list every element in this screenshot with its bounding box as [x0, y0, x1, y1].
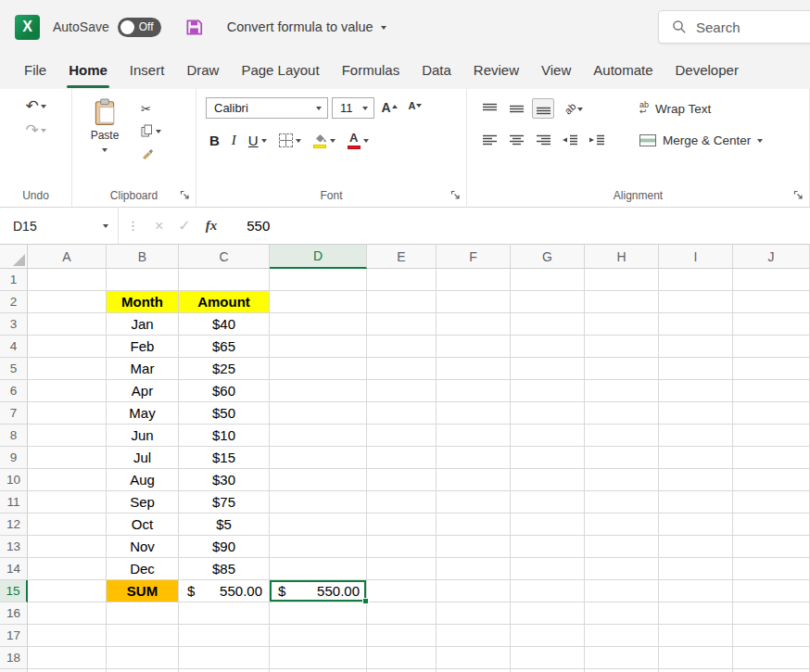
cell-E9[interactable]: [367, 447, 437, 469]
cell-J18[interactable]: [733, 647, 810, 669]
cell-D11[interactable]: [270, 491, 367, 514]
dialog-launcher-icon[interactable]: [793, 190, 804, 200]
cell-E5[interactable]: [367, 358, 437, 380]
select-all-corner[interactable]: [0, 245, 28, 269]
borders-button[interactable]: [279, 133, 301, 147]
cell-I3[interactable]: [659, 313, 733, 336]
cell-I12[interactable]: [659, 514, 733, 536]
cell-B12[interactable]: Oct: [107, 514, 179, 536]
cell-I10[interactable]: [659, 469, 733, 491]
cell-F1[interactable]: [437, 269, 511, 291]
cell-E10[interactable]: [367, 469, 437, 491]
row-header-8[interactable]: 8: [0, 425, 28, 447]
cell-C18[interactable]: [179, 647, 270, 669]
cell-C6[interactable]: $60: [179, 380, 270, 402]
cell-B7[interactable]: May: [107, 402, 179, 425]
cell-H12[interactable]: [585, 514, 659, 536]
align-center-button[interactable]: [505, 130, 527, 150]
column-header-A[interactable]: A: [28, 245, 107, 269]
align-left-button[interactable]: [478, 130, 500, 150]
increase-font-size-button[interactable]: A: [378, 98, 400, 119]
cell-J5[interactable]: [733, 358, 810, 380]
row-header-11[interactable]: 11: [0, 491, 28, 514]
cell-F17[interactable]: [437, 625, 511, 647]
font-size-combo[interactable]: 11: [332, 97, 374, 119]
cell-A7[interactable]: [28, 402, 107, 425]
cell-E14[interactable]: [367, 558, 437, 580]
cell-D7[interactable]: [270, 402, 367, 425]
cell-C15[interactable]: $550.00: [179, 580, 270, 602]
cell-H15[interactable]: [585, 580, 659, 602]
cell-A6[interactable]: [28, 380, 107, 402]
cell-F4[interactable]: [437, 336, 511, 358]
row-header-13[interactable]: 13: [0, 536, 28, 558]
cell-B4[interactable]: Feb: [107, 336, 179, 358]
cell-A16[interactable]: [28, 602, 107, 625]
cell-C3[interactable]: $40: [179, 313, 270, 336]
increase-indent-button[interactable]: [586, 130, 608, 150]
undo-button[interactable]: ↶: [25, 98, 45, 114]
column-header-G[interactable]: G: [511, 245, 585, 269]
cell-D5[interactable]: [270, 358, 367, 380]
cell-I7[interactable]: [659, 402, 733, 425]
cell-G1[interactable]: [511, 269, 585, 291]
cell-B11[interactable]: Sep: [107, 491, 179, 514]
cell-A5[interactable]: [28, 358, 107, 380]
cell-E16[interactable]: [367, 602, 437, 625]
cell-D13[interactable]: [270, 536, 367, 558]
italic-button[interactable]: I: [232, 133, 236, 148]
cell-C8[interactable]: $10: [179, 425, 270, 447]
cell-C2[interactable]: Amount: [179, 291, 270, 313]
cell-C17[interactable]: [179, 625, 270, 647]
cell-G14[interactable]: [511, 558, 585, 580]
cell-J10[interactable]: [733, 469, 810, 491]
cell-H17[interactable]: [585, 625, 659, 647]
cell-G10[interactable]: [511, 469, 585, 491]
cell-E7[interactable]: [367, 402, 437, 425]
format-painter-button[interactable]: [141, 146, 161, 160]
cell-B8[interactable]: Jun: [107, 425, 179, 447]
cell-E8[interactable]: [367, 425, 437, 447]
row-header-7[interactable]: 7: [0, 402, 28, 425]
cell-J6[interactable]: [733, 380, 810, 402]
insert-function-button[interactable]: fx: [198, 218, 225, 234]
cell-G13[interactable]: [511, 536, 585, 558]
menu-tab-view[interactable]: View: [530, 54, 582, 89]
cell-F16[interactable]: [437, 602, 511, 625]
save-button[interactable]: [185, 19, 203, 36]
cell-H16[interactable]: [585, 602, 659, 625]
cell-C11[interactable]: $75: [179, 491, 270, 514]
cell-C9[interactable]: $15: [179, 447, 270, 469]
cell-A1[interactable]: [28, 269, 107, 291]
cell-A11[interactable]: [28, 491, 107, 514]
cell-J17[interactable]: [733, 625, 810, 647]
cell-J3[interactable]: [733, 313, 810, 336]
cell-J11[interactable]: [733, 491, 810, 514]
cell-J14[interactable]: [733, 558, 810, 580]
cell-E18[interactable]: [367, 647, 437, 669]
cut-button[interactable]: ✂: [141, 101, 161, 116]
column-header-J[interactable]: J: [733, 245, 810, 269]
cancel-button[interactable]: ×: [147, 218, 171, 235]
redo-button[interactable]: ↷: [25, 122, 45, 138]
cell-H14[interactable]: [585, 558, 659, 580]
cell-E1[interactable]: [367, 269, 437, 291]
cell-J15[interactable]: [733, 580, 810, 602]
cell-F11[interactable]: [437, 491, 511, 514]
cell-J12[interactable]: [733, 514, 810, 536]
cell-B15[interactable]: SUM: [107, 580, 179, 602]
cell-I9[interactable]: [659, 447, 733, 469]
cell-H9[interactable]: [585, 447, 659, 469]
quick-access-command[interactable]: Convert formula to value: [227, 19, 386, 34]
cell-J13[interactable]: [733, 536, 810, 558]
cell-G11[interactable]: [511, 491, 585, 514]
cell-F6[interactable]: [437, 380, 511, 402]
cell-I13[interactable]: [659, 536, 733, 558]
formula-input[interactable]: 550: [224, 218, 270, 234]
cell-F9[interactable]: [437, 447, 511, 469]
cell-A13[interactable]: [28, 536, 107, 558]
cell-H2[interactable]: [585, 291, 659, 313]
cell-D3[interactable]: [270, 313, 367, 336]
cell-G12[interactable]: [511, 514, 585, 536]
cell-H3[interactable]: [585, 313, 659, 336]
